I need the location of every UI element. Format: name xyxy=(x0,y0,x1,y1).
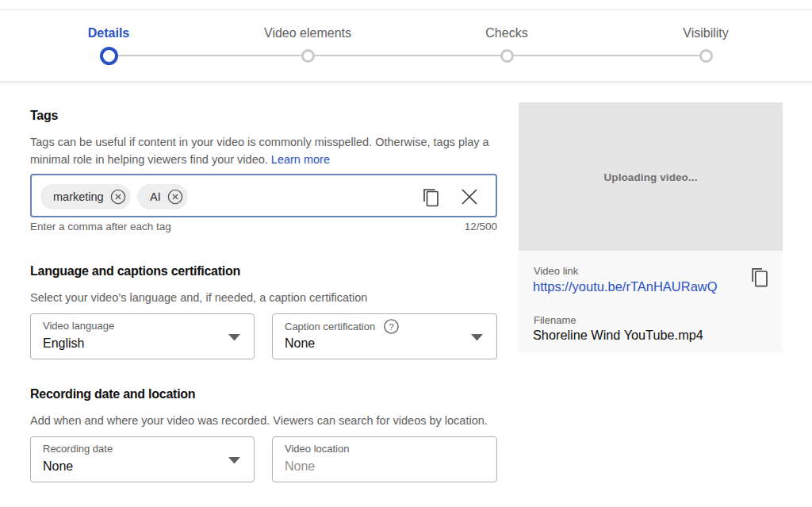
svg-text:?: ? xyxy=(389,322,393,332)
